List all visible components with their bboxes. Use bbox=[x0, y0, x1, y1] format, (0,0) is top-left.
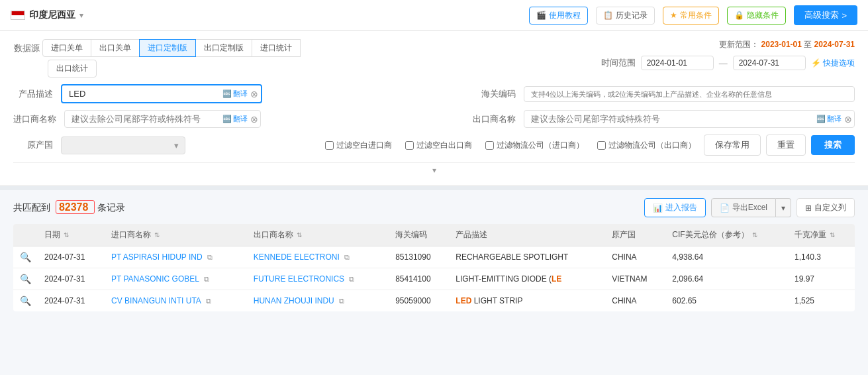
row2-importer-link[interactable]: PT PANASONIC GOBEL bbox=[111, 274, 199, 284]
update-range-start: 2023-01-01 bbox=[761, 40, 802, 49]
filter-empty-importer[interactable]: 过滤空白进口商 bbox=[325, 140, 392, 151]
time-range-end-input[interactable] bbox=[733, 56, 806, 70]
customize-icon: ⊞ bbox=[805, 203, 812, 213]
advanced-search-button[interactable]: 高级搜索 > bbox=[794, 5, 857, 25]
filter-logistics-importer-checkbox[interactable] bbox=[485, 141, 494, 150]
tab-export-stats[interactable]: 出口统计 bbox=[48, 60, 97, 78]
region-selector[interactable]: 印度尼西亚 ▾ bbox=[11, 9, 83, 21]
row2-importer-copy[interactable]: ⧉ bbox=[204, 275, 209, 283]
th-exporter[interactable]: 出口商名称 ⇅ bbox=[247, 224, 389, 246]
tab-import-custom-edition[interactable]: 进口定制版 bbox=[139, 39, 196, 57]
export-translate-button[interactable]: 🔤 翻译 bbox=[816, 114, 842, 124]
filter-logistics-exporter-checkbox[interactable] bbox=[597, 141, 606, 150]
product-desc-label: 产品描述 bbox=[13, 88, 53, 100]
hide-conditions-button[interactable]: 🔒 隐藏条件 bbox=[727, 7, 786, 25]
export-dropdown-button[interactable]: ▾ bbox=[776, 198, 791, 217]
row1-exporter-copy[interactable]: ⧉ bbox=[344, 253, 350, 261]
row2-highlight: LE bbox=[552, 274, 561, 284]
row1-importer-copy[interactable]: ⧉ bbox=[207, 253, 213, 261]
filter-logistics-importer[interactable]: 过滤物流公司（进口商） bbox=[485, 140, 584, 151]
filter1-label: 过滤空白进口商 bbox=[336, 140, 392, 151]
th-weight[interactable]: 千克净重 ⇅ bbox=[788, 224, 855, 246]
filter2-label: 过滤空白出口商 bbox=[416, 140, 472, 151]
tab-export-custom[interactable]: 出口关单 bbox=[91, 39, 140, 57]
row1-origin: CHINA bbox=[605, 246, 665, 268]
row1-search-icon[interactable]: 🔍 bbox=[13, 246, 38, 268]
row3-search-icon[interactable]: 🔍 bbox=[13, 290, 38, 312]
row3-exporter-copy[interactable]: ⧉ bbox=[339, 297, 344, 305]
product-clear-button[interactable]: ⊗ bbox=[250, 89, 258, 99]
export-company-input[interactable] bbox=[524, 110, 855, 128]
th-date[interactable]: 日期 ⇅ bbox=[38, 224, 105, 246]
save-button[interactable]: 保存常用 bbox=[704, 134, 761, 156]
quick-options-button[interactable]: ⚡ 快捷选项 bbox=[811, 58, 855, 69]
row1-exporter-link[interactable]: KENNEDE ELECTRONI bbox=[254, 252, 340, 262]
filter-empty-importer-checkbox[interactable] bbox=[325, 141, 334, 150]
update-range-end: 2024-07-31 bbox=[814, 40, 855, 49]
hide-label: 隐藏条件 bbox=[747, 10, 779, 21]
product-desc-wrap: 🔤 翻译 ⊗ bbox=[61, 84, 262, 103]
row3-date: 2024-07-31 bbox=[38, 290, 105, 312]
filter3-label: 过滤物流公司（进口商） bbox=[497, 140, 584, 151]
export-excel-button[interactable]: 📄 导出Excel bbox=[711, 198, 776, 217]
row1-cif: 4,938.64 bbox=[665, 246, 788, 268]
export-translate-label: 翻译 bbox=[827, 114, 842, 124]
product-translate-button[interactable]: 🔤 翻译 bbox=[222, 89, 248, 99]
time-range-start-input[interactable] bbox=[641, 56, 714, 70]
row3-exporter: HUNAN ZHOUJI INDU ⧉ bbox=[247, 290, 389, 312]
results-count: 共匹配到 82378 条记录 bbox=[13, 201, 125, 214]
search-button[interactable]: 搜索 bbox=[811, 135, 855, 155]
row2-exporter-copy[interactable]: ⧉ bbox=[349, 275, 354, 283]
reset-button[interactable]: 重置 bbox=[766, 134, 806, 156]
row1-hscode: 85131090 bbox=[389, 246, 449, 268]
origin-select[interactable] bbox=[61, 136, 185, 154]
row3-origin: CHINA bbox=[605, 290, 665, 312]
row3-importer-copy[interactable]: ⧉ bbox=[206, 297, 211, 305]
filter-empty-exporter[interactable]: 过滤空白出口商 bbox=[405, 140, 472, 151]
lightning-icon: ⚡ bbox=[811, 58, 821, 68]
row3-importer: CV BINANGUN INTI UTA ⧉ bbox=[105, 290, 247, 312]
tab-import-custom[interactable]: 进口关单 bbox=[42, 39, 91, 57]
tutorial-button[interactable]: 🎬 使用教程 bbox=[529, 7, 588, 25]
svg-rect-1 bbox=[12, 15, 24, 19]
tab-import-stats[interactable]: 进口统计 bbox=[252, 39, 301, 57]
datasource-label: 数据源 bbox=[13, 42, 40, 54]
row3-importer-link[interactable]: CV BINANGUN INTI UTA bbox=[111, 296, 201, 305]
results-prefix: 共匹配到 bbox=[13, 202, 50, 213]
filter-logistics-exporter[interactable]: 过滤物流公司（出口商） bbox=[597, 140, 696, 151]
enter-report-button[interactable]: 📊 进入报告 bbox=[644, 198, 706, 217]
import-translate-button[interactable]: 🔤 翻译 bbox=[222, 114, 248, 124]
common-conditions-button[interactable]: ★ 常用条件 bbox=[663, 7, 719, 25]
th-importer[interactable]: 进口商名称 ⇅ bbox=[105, 224, 247, 246]
customize-columns-button[interactable]: ⊞ 自定义列 bbox=[796, 198, 855, 217]
translate-icon2: 🔤 bbox=[222, 115, 232, 123]
row3-exporter-link[interactable]: HUNAN ZHOUJI INDU bbox=[254, 296, 334, 305]
quick-label: 快捷选项 bbox=[823, 58, 855, 68]
row2-exporter: FUTURE ELECTRONICS ⧉ bbox=[247, 268, 389, 290]
row1-importer-link[interactable]: PT ASPIRASI HIDUP IND bbox=[111, 252, 203, 262]
row3-weight: 1,525 bbox=[788, 290, 855, 312]
translate-icon: 🔤 bbox=[222, 89, 232, 98]
th-cif[interactable]: CIF美元总价（参考） ⇅ bbox=[665, 224, 788, 246]
results-suffix: 条记录 bbox=[97, 202, 125, 213]
results-table: 日期 ⇅ 进口商名称 ⇅ 出口商名称 ⇅ 海关编码 产品描述 bbox=[13, 224, 855, 311]
results-number: 82378 bbox=[56, 200, 95, 214]
flag-icon bbox=[11, 11, 25, 20]
hscode-input[interactable] bbox=[524, 86, 855, 102]
exporter-sort-icon: ⇅ bbox=[297, 231, 302, 239]
row2-date: 2024-07-31 bbox=[38, 268, 105, 290]
history-button[interactable]: 📋 历史记录 bbox=[596, 7, 655, 25]
top-bar: 印度尼西亚 ▾ 🎬 使用教程 📋 历史记录 ★ 常用条件 🔒 隐藏条件 高级搜索… bbox=[0, 0, 868, 31]
star-icon: ★ bbox=[670, 11, 677, 20]
collapse-row[interactable]: ▾ bbox=[13, 162, 855, 178]
filter-checkboxes: 过滤空白进口商 过滤空白出口商 过滤物流公司（进口商） 过滤物流公司（出口商） bbox=[325, 140, 696, 151]
row2-exporter-link[interactable]: FUTURE ELECTRONICS bbox=[254, 274, 344, 284]
results-action-buttons: 📊 进入报告 📄 导出Excel ▾ ⊞ 自定义列 bbox=[644, 198, 855, 217]
export-clear-button[interactable]: ⊗ bbox=[844, 114, 852, 125]
th-origin: 原产国 bbox=[605, 224, 665, 246]
tab-export-custom-edition[interactable]: 出口定制版 bbox=[195, 39, 252, 57]
table-row: 🔍 2024-07-31 CV BINANGUN INTI UTA ⧉ HUNA… bbox=[13, 290, 855, 312]
row2-search-icon[interactable]: 🔍 bbox=[13, 268, 38, 290]
filter-empty-exporter-checkbox[interactable] bbox=[405, 141, 414, 150]
import-clear-button[interactable]: ⊗ bbox=[250, 114, 258, 125]
